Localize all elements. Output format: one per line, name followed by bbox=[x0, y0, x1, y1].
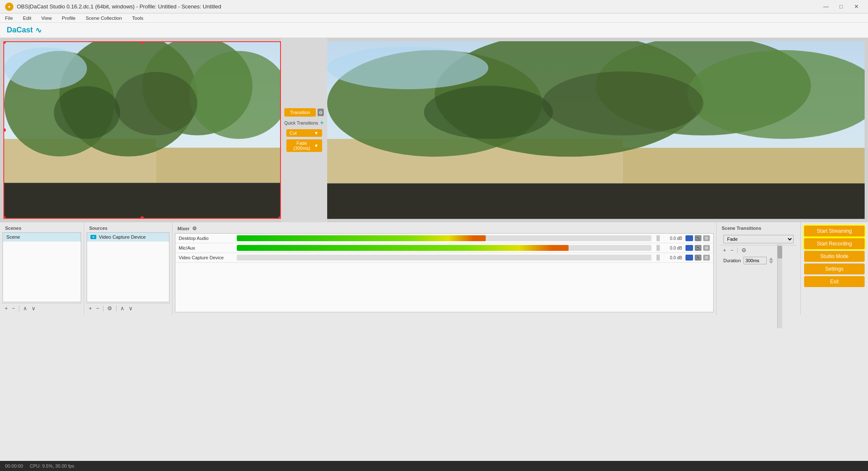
move-up-icon[interactable]: ∧ bbox=[22, 305, 29, 312]
mixer-scrollbar[interactable] bbox=[777, 244, 782, 328]
remove-transition-icon[interactable]: − bbox=[729, 247, 735, 254]
cut-dropdown-button[interactable]: Cut ▼ bbox=[286, 129, 322, 137]
mixer-list: Desktop Audio 0.0 dB 🔊 ⚙ Mic/Aux bbox=[175, 233, 714, 312]
scene-transitions-content: Fade + − ⚙ Duration bbox=[718, 232, 799, 266]
list-item[interactable]: Scene bbox=[3, 233, 81, 242]
duration-spinner[interactable] bbox=[769, 258, 773, 264]
add-transition-icon[interactable]: + bbox=[722, 247, 728, 254]
mixer-row-video-capture: Video Capture Device 0.0 dB 🔊 ⚙ bbox=[175, 253, 713, 263]
spinner-up-icon[interactable] bbox=[769, 258, 773, 261]
handle-bottom-right[interactable] bbox=[278, 216, 281, 219]
video-capture-bar-container bbox=[237, 255, 651, 261]
minimize-button[interactable]: — bbox=[819, 2, 833, 11]
statusbar: 00:00:00 CPU: 9.5%, 30.00 fps bbox=[0, 461, 868, 471]
app-icon: ● bbox=[5, 3, 13, 11]
logobar: DaCast∿ bbox=[0, 23, 868, 38]
mixer-row-desktop-audio: Desktop Audio 0.0 dB 🔊 ⚙ bbox=[175, 234, 713, 243]
left-scene-image bbox=[4, 42, 280, 218]
source-visibility-icon: 👁 bbox=[90, 235, 96, 239]
mixer-gear-icon[interactable]: ⚙ bbox=[192, 226, 197, 232]
video-capture-tick bbox=[656, 255, 660, 261]
start-streaming-button[interactable]: Start Streaming bbox=[804, 226, 865, 237]
studio-mode-button[interactable]: Studio Mode bbox=[804, 251, 865, 262]
menu-view[interactable]: View bbox=[40, 15, 53, 21]
transition-settings-icon[interactable]: ⚙ bbox=[740, 247, 748, 254]
video-capture-volume-icon[interactable]: 🔊 bbox=[695, 255, 701, 261]
scenes-toolbar: + − ∧ ∨ bbox=[2, 303, 82, 313]
add-source-button[interactable]: + bbox=[87, 305, 93, 312]
desktop-audio-settings-icon[interactable]: ⚙ bbox=[703, 235, 710, 241]
svg-rect-13 bbox=[623, 148, 865, 183]
mixer-row-mic-aux: Mic/Aux 0.0 dB 🔊 ⚙ bbox=[175, 243, 713, 253]
exit-button[interactable]: Exit bbox=[804, 276, 865, 287]
toolbar-divider-4 bbox=[737, 247, 738, 253]
spinner-down-icon[interactable] bbox=[769, 261, 773, 264]
menu-file[interactable]: File bbox=[3, 15, 15, 21]
duration-input[interactable] bbox=[744, 257, 767, 264]
video-capture-db: 0.0 dB bbox=[663, 255, 682, 260]
eye-icon: 👁 bbox=[92, 236, 95, 239]
menu-profile[interactable]: Profile bbox=[60, 15, 77, 21]
scenes-panel-header: Scenes bbox=[2, 224, 82, 232]
titlebar: ● OBS|DaCast Studio 0.16.2.dc.1 (64bit, … bbox=[0, 0, 868, 13]
svg-point-7 bbox=[54, 86, 120, 139]
add-scene-button[interactable]: + bbox=[3, 305, 9, 312]
toolbar-divider-3 bbox=[116, 306, 116, 311]
fade-dropdown-arrow: ▼ bbox=[314, 143, 319, 148]
svg-point-10 bbox=[4, 48, 87, 90]
fade-select-row: Fade bbox=[720, 233, 797, 245]
desktop-audio-mute-button[interactable] bbox=[685, 235, 693, 241]
toolbar-divider-2 bbox=[103, 306, 103, 311]
close-button[interactable]: ✕ bbox=[849, 2, 863, 11]
settings-button[interactable]: Settings bbox=[804, 263, 865, 274]
source-settings-icon[interactable]: ⚙ bbox=[106, 305, 114, 312]
bottom-container: Scenes Scene + − ∧ ∨ Sources 👁 Video Cap… bbox=[0, 222, 868, 315]
sources-toolbar: + − ⚙ ∧ ∨ bbox=[86, 303, 170, 313]
transition-button[interactable]: Transition bbox=[284, 108, 316, 117]
remove-scene-button[interactable]: − bbox=[11, 305, 17, 312]
video-capture-label: Video Capture Device bbox=[179, 255, 233, 260]
desktop-audio-bar bbox=[237, 235, 486, 241]
mic-aux-volume-icon[interactable]: 🔊 bbox=[695, 245, 701, 251]
handle-bottom-left[interactable] bbox=[3, 216, 6, 219]
desktop-audio-volume-icon[interactable]: 🔊 bbox=[695, 235, 701, 241]
menu-tools[interactable]: Tools bbox=[130, 15, 145, 21]
fade-select-dropdown[interactable]: Fade bbox=[723, 235, 794, 243]
svg-rect-20 bbox=[327, 184, 865, 219]
mixer-panel-header: Mixer ⚙ bbox=[174, 224, 715, 232]
list-item[interactable]: 👁 Video Capture Device bbox=[87, 233, 169, 242]
fade-dropdown-button[interactable]: Fade (300ms) ▼ bbox=[286, 139, 322, 152]
menu-scene-collection[interactable]: Scene Collection bbox=[84, 15, 124, 21]
menu-edit[interactable]: Edit bbox=[21, 15, 33, 21]
desktop-audio-db: 0.0 dB bbox=[663, 236, 682, 241]
start-recording-button[interactable]: Start Recording bbox=[804, 238, 865, 249]
source-move-down-icon[interactable]: ∨ bbox=[127, 305, 134, 312]
cut-dropdown-row: Cut ▼ bbox=[286, 129, 322, 137]
preview-area: Transition ⚙ Quick Transitions + Cut ▼ F… bbox=[0, 38, 868, 222]
source-move-up-icon[interactable]: ∧ bbox=[119, 305, 126, 312]
transition-gear-icon[interactable]: ⚙ bbox=[318, 109, 324, 116]
handle-bottom-middle[interactable] bbox=[140, 216, 144, 219]
right-scene-image bbox=[327, 41, 865, 219]
window-title: OBS|DaCast Studio 0.16.2.dc.1 (64bit, wi… bbox=[17, 3, 819, 10]
scene-transitions-toolbar: + − ⚙ bbox=[720, 245, 797, 255]
desktop-audio-bar-container bbox=[237, 235, 651, 241]
svg-rect-9 bbox=[4, 183, 280, 218]
mic-aux-settings-icon[interactable]: ⚙ bbox=[703, 245, 710, 251]
mic-aux-mute-button[interactable] bbox=[685, 245, 693, 251]
video-capture-mute-button[interactable] bbox=[685, 255, 693, 261]
remove-source-button[interactable]: − bbox=[95, 305, 101, 312]
move-down-icon[interactable]: ∨ bbox=[30, 305, 37, 312]
mic-aux-db: 0.0 dB bbox=[663, 246, 682, 250]
quick-transitions-row: Quick Transitions + bbox=[284, 119, 324, 127]
scenes-panel: Scenes Scene + − ∧ ∨ bbox=[0, 222, 84, 315]
video-capture-settings-icon[interactable]: ⚙ bbox=[703, 255, 710, 261]
controls-buttons: Start Streaming Start Recording Studio M… bbox=[802, 224, 866, 290]
app-icon-text: ● bbox=[8, 4, 11, 9]
add-transition-button[interactable]: + bbox=[320, 119, 324, 127]
mixer-scrollbar-thumb[interactable] bbox=[778, 246, 782, 258]
sources-panel: Sources 👁 Video Capture Device + − ⚙ ∧ ∨ bbox=[84, 222, 172, 315]
maximize-button[interactable]: □ bbox=[834, 2, 848, 11]
svg-point-19 bbox=[542, 72, 703, 136]
scenes-list: Scene bbox=[3, 232, 81, 302]
